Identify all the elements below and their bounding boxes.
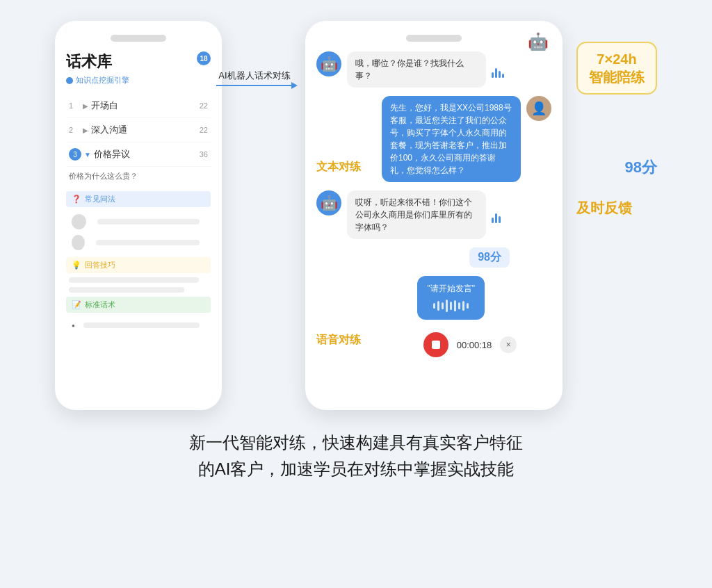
chat-area: 🤖 哦，哪位？你是谁？找我什么事？ (316, 51, 551, 320)
float-feedback: 及时反馈 (576, 199, 657, 218)
float-247-box: 7×24h 智能陪练 (576, 42, 657, 95)
recording-timer: 00:00:18 (457, 340, 492, 350)
float-247-hours: 7×24h (589, 50, 645, 68)
waveform (427, 299, 475, 313)
skeleton-3 (69, 277, 199, 283)
sub-question: 价格为什么这么贵？ (66, 167, 211, 187)
left-phone-subtitle: 知识点挖掘引擎 (66, 75, 211, 85)
menu-count-2: 22 (200, 126, 208, 134)
voice-input-label: "请开始发言" (427, 283, 475, 295)
menu-count-1: 22 (200, 101, 208, 110)
menu-item-3[interactable]: 3 ▼ 价格异议 36 (66, 142, 211, 167)
arrow-line (216, 85, 293, 86)
score-container: 98分 (316, 247, 517, 268)
right-phone-notch (406, 35, 462, 42)
phone-right: 🤖 文本对练 🤖 哦，哪位？你是谁？找我什么事？ (305, 21, 563, 410)
menu-num-2: 2 (69, 126, 80, 134)
right-side-floats: 7×24h 智能陪练 98分 及时反馈 (576, 21, 657, 218)
record-stop-button[interactable] (423, 332, 448, 357)
bot-bubble-1-row: 哦，哪位？你是谁？找我什么事？ (347, 51, 504, 88)
human-avatar-1: 👤 (526, 96, 551, 121)
bot-bubble-2-row: 哎呀，听起来很不错！你们这个公司永久商用是你们库里所有的字体吗？ (347, 190, 501, 239)
recording-close-button[interactable]: × (500, 336, 517, 353)
menu-count-3: 36 (200, 150, 208, 158)
chat-msg-bot-1: 🤖 哦，哪位？你是谁？找我什么事？ (316, 51, 551, 88)
phone-notch (111, 35, 166, 42)
subtitle-dot (66, 77, 73, 84)
menu-label-3: 价格异议 (94, 148, 200, 161)
voice-input-bubble: "请开始发言" (417, 276, 485, 320)
score-badge: 98分 (469, 247, 510, 268)
phone-left: 话术库 知识点挖掘引擎 18 1 ▶ 开场白 22 2 ▶ 深入沟通 22 3 (55, 21, 222, 410)
skeleton-4 (69, 287, 184, 293)
human-bubble-1: 先生，您好，我是XX公司1988号客服，最近您关注了我们的公众号，购买了字体个人… (382, 96, 521, 182)
text-practice-label: 文本对练 (316, 160, 361, 174)
float-score: 98分 (576, 157, 657, 178)
bottom-text: 新一代智能对练，快速构建具有真实客户特征 的AI客户，加速学员在对练中掌握实战技… (189, 430, 523, 483)
phones-wrapper: 话术库 知识点挖掘引擎 18 1 ▶ 开场白 22 2 ▶ 深入沟通 22 3 (55, 21, 657, 410)
bot-bubble-2: 哎呀，听起来很不错！你们这个公司永久商用是你们库里所有的字体吗？ (347, 190, 486, 239)
voice-bubble-container: "请开始发言" (316, 276, 519, 320)
avatar-row-1 (66, 211, 211, 232)
avatar-row-2 (66, 232, 211, 253)
avatar-1 (72, 214, 86, 229)
section-tag-skills: 💡 回答技巧 (66, 257, 211, 273)
skeleton-2 (96, 240, 200, 245)
bot-avatar-2: 🤖 (316, 190, 341, 215)
menu-label-2: 深入沟通 (91, 124, 200, 136)
sound-waves-2 (492, 206, 501, 223)
section-tag-common: ❓ 常见问法 (66, 191, 211, 207)
robot-icon-header: 🤖 (528, 32, 549, 51)
menu-item-1[interactable]: 1 ▶ 开场白 22 (66, 94, 211, 118)
bot-avatar-1: 🤖 (316, 51, 341, 76)
menu-num-3-active: 3 (69, 148, 81, 161)
arrow-head (291, 82, 298, 89)
menu-num-1: 1 (69, 101, 80, 110)
standard-item: ● (66, 317, 211, 334)
float-247-sub: 智能陪练 (589, 68, 645, 86)
bot-bubble-1: 哦，哪位？你是谁？找我什么事？ (347, 51, 486, 88)
sound-waves-1 (492, 61, 504, 78)
main-container: 话术库 知识点挖掘引擎 18 1 ▶ 开场白 22 2 ▶ 深入沟通 22 3 (0, 0, 712, 497)
chat-msg-bot-2: 🤖 哎呀，听起来很不错！你们这个公司永久商用是你们库里所有的字体吗？ (316, 190, 551, 239)
arrow-line-container (216, 85, 293, 86)
skeleton-5 (83, 322, 200, 328)
badge-count: 18 (197, 51, 211, 65)
bottom-line-2: 的AI客户，加速学员在对练中掌握实战技能 (189, 456, 523, 482)
voice-practice-label: 语音对练 (316, 333, 361, 348)
menu-label-1: 开场白 (91, 99, 200, 112)
arrow-connector: AI机器人话术对练 (216, 70, 293, 86)
section-tag-standard: 📝 标准话术 (66, 297, 211, 313)
skeleton-1 (97, 219, 200, 224)
bottom-line-1: 新一代智能对练，快速构建具有真实客户特征 (189, 430, 523, 456)
arrow-label: AI机器人话术对练 (218, 70, 290, 82)
stop-icon (432, 341, 440, 349)
avatar-2 (72, 235, 85, 250)
menu-item-2[interactable]: 2 ▶ 深入沟通 22 (66, 118, 211, 142)
left-phone-title: 话术库 (66, 51, 211, 72)
